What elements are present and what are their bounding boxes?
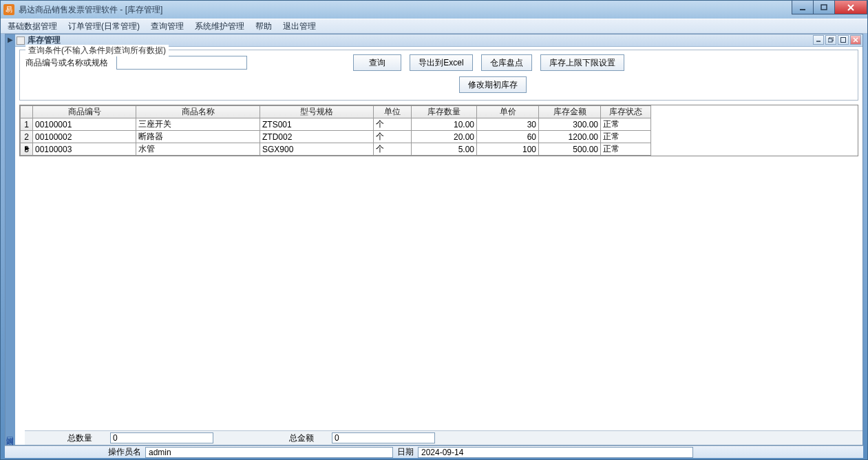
child-restore-button[interactable]	[825, 35, 836, 45]
grid-cell[interactable]: 个	[374, 143, 412, 156]
grid-cell[interactable]: 00100002	[33, 131, 136, 143]
filter-input[interactable]	[116, 56, 247, 70]
column-header[interactable]: 型号规格	[260, 106, 374, 118]
grid-cell[interactable]: 1200.00	[539, 131, 601, 143]
inventory-check-button[interactable]: 仓库盘点	[481, 54, 532, 71]
grid-cell[interactable]: 水管	[136, 143, 260, 156]
menu-item-exit[interactable]: 退出管理	[277, 19, 321, 34]
operator-label: 操作员名	[108, 446, 141, 458]
grid-cell[interactable]: 00100003	[33, 143, 136, 156]
edit-initial-stock-button[interactable]: 修改期初库存	[459, 76, 527, 93]
menu-item-help[interactable]: 帮助	[250, 19, 277, 34]
grid-cell[interactable]: 20.00	[412, 131, 477, 143]
grid-cell[interactable]: ZTS001	[260, 118, 374, 131]
child-maximize-button[interactable]	[838, 35, 849, 45]
grid-cell[interactable]: 10.00	[412, 118, 477, 131]
total-qty-value: 0	[110, 432, 213, 443]
menubar: 基础数据管理 订单管理(日常管理) 查询管理 系统维护管理 帮助 退出管理	[1, 19, 867, 34]
svg-rect-1	[821, 5, 827, 10]
window-maximize-button[interactable]	[813, 1, 835, 14]
inventory-grid[interactable]: 商品编号商品名称型号规格单位库存数量单价库存金额库存状态 100100001三座…	[19, 105, 858, 156]
mdi-toggle-button[interactable]: ▶	[6, 36, 15, 45]
filter-groupbox: 查询条件(不输入条件则查询所有数据) 商品编号或名称或规格 查询 导出到Exce…	[19, 50, 858, 101]
menu-item-basic-data[interactable]: 基础数据管理	[2, 19, 63, 34]
column-header[interactable]: 商品编号	[33, 106, 136, 118]
grid-cell[interactable]: 500.00	[539, 143, 601, 156]
grid-cell[interactable]: 断路器	[136, 131, 260, 143]
total-qty-label: 总数量	[52, 432, 107, 444]
grid-cell[interactable]: SGX900	[260, 143, 374, 156]
child-window-icon	[17, 36, 25, 45]
grid-cell[interactable]: 60	[477, 131, 539, 143]
window-close-button[interactable]	[834, 1, 867, 14]
column-header[interactable]: 库存金额	[539, 106, 601, 118]
grid-cell[interactable]: 个	[374, 131, 412, 143]
menu-item-system[interactable]: 系统维护管理	[189, 19, 250, 34]
grid-cell[interactable]: 30	[477, 118, 539, 131]
app-icon: 易	[3, 4, 14, 15]
grid-cell[interactable]: 5.00	[412, 143, 477, 156]
grid-cell[interactable]: 300.00	[539, 118, 601, 131]
svg-rect-7	[841, 38, 846, 43]
statusbar: 操作员名 admin 日期 2024-09-14	[5, 446, 863, 458]
grid-cell[interactable]: 100	[477, 143, 539, 156]
column-header[interactable]: 库存状态	[601, 106, 651, 118]
query-button[interactable]: 查询	[353, 54, 401, 71]
column-header[interactable]: 单位	[374, 106, 412, 118]
summary-bar: 总数量 0 总金额 0	[25, 430, 862, 445]
window-minimize-button[interactable]	[792, 1, 814, 14]
window-title: 易达商品销售发票管理软件 - [库存管理]	[19, 4, 162, 16]
stock-limits-button[interactable]: 库存上限下限设置	[540, 54, 624, 71]
date-label: 日期	[397, 446, 414, 458]
current-row-indicator-icon: ▶	[25, 145, 30, 151]
titlebar: 易 易达商品销售发票管理软件 - [库存管理]	[1, 1, 867, 19]
child-close-button[interactable]	[850, 35, 861, 45]
svg-rect-6	[828, 39, 832, 42]
grid-cell[interactable]: 正常	[601, 118, 651, 131]
column-header[interactable]: 商品名称	[136, 106, 260, 118]
grid-cell[interactable]: 正常	[601, 131, 651, 143]
grid-corner	[21, 106, 33, 118]
operator-value: admin	[145, 447, 393, 458]
filter-field-label: 商品编号或名称或规格	[25, 57, 108, 69]
grid-cell[interactable]: 三座开关	[136, 118, 260, 131]
grid-cell[interactable]: 正常	[601, 143, 651, 156]
grid-cell[interactable]: 个	[374, 118, 412, 131]
table-row[interactable]: 3▶00100003水管SGX900个5.00100500.00正常	[21, 143, 651, 156]
total-amount-label: 总金额	[274, 432, 329, 444]
column-header[interactable]: 库存数量	[412, 106, 477, 118]
child-minimize-button[interactable]	[813, 35, 824, 45]
table-row[interactable]: 100100001三座开关ZTS001个10.0030300.00正常	[21, 118, 651, 131]
grid-cell[interactable]: ZTD002	[260, 131, 374, 143]
row-number-cell[interactable]: 2	[21, 131, 33, 143]
menu-item-query[interactable]: 查询管理	[145, 19, 189, 34]
total-amount-value: 0	[332, 432, 435, 443]
grid-cell[interactable]: 00100001	[33, 118, 136, 131]
filter-legend: 查询条件(不输入条件则查询所有数据)	[25, 45, 169, 56]
column-header[interactable]: 单价	[477, 106, 539, 118]
row-number-cell[interactable]: 1	[21, 118, 33, 131]
date-value: 2024-09-14	[418, 447, 693, 458]
table-row[interactable]: 200100002断路器ZTD002个20.00601200.00正常	[21, 131, 651, 143]
row-number-cell[interactable]: 3▶	[21, 143, 33, 156]
menu-item-orders[interactable]: 订单管理(日常管理)	[63, 19, 145, 34]
export-excel-button[interactable]: 导出到Excel	[410, 54, 473, 71]
